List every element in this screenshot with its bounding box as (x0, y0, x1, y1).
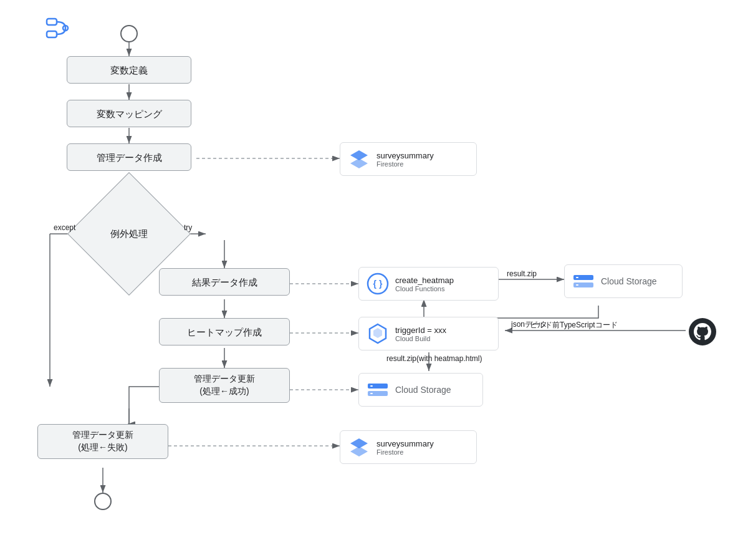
hensu-mapping-label: 変数マッピング (97, 107, 162, 120)
svg-rect-38 (370, 393, 373, 394)
firestore1-type: Firestore (376, 160, 434, 168)
firestore2-box: surveysummary Firestore (340, 430, 477, 464)
heatmap-sakusei-label: ヒートマップ作成 (187, 326, 262, 339)
svg-marker-34 (373, 328, 382, 338)
cloud-storage2-box: Cloud Storage (358, 373, 483, 407)
cloud-storage2-name: Cloud Storage (395, 385, 451, 395)
firestore2-icon (348, 436, 370, 458)
cloud-functions-box: { } create_heatmap Cloud Functions (358, 267, 499, 301)
cloud-build-name: triggerId = xxx (395, 326, 446, 335)
result-zip-heatmap-label: result.zip(with heatmap.html) (386, 354, 482, 363)
cloud-build-type: Cloud Build (395, 335, 446, 342)
build-pre-ts-label: ビルド前TypeScriptコード (530, 320, 618, 331)
cloud-functions-name: create_heatmap (395, 276, 454, 285)
try-text: try (184, 223, 192, 232)
cloud-storage1-text: Cloud Storage (601, 276, 657, 286)
hensu-teigi-label: 変数定義 (110, 64, 148, 77)
cloud-functions-type: Cloud Functions (395, 285, 454, 292)
firestore1-text: surveysummary Firestore (376, 151, 434, 168)
reigai-shori-label: 例外処理 (110, 228, 148, 240)
try-label: try (184, 223, 192, 232)
kanri-data-sakusei-label: 管理データ作成 (97, 151, 162, 164)
github-icon (689, 318, 716, 345)
heatmap-sakusei-box: ヒートマップ作成 (159, 318, 290, 345)
kekka-data-sakusei-label: 結果データ作成 (192, 276, 257, 289)
cloud-functions-text: create_heatmap Cloud Functions (395, 276, 454, 292)
svg-rect-23 (47, 31, 57, 37)
cloud-storage1-name: Cloud Storage (601, 276, 657, 286)
except-text: except (54, 223, 75, 232)
cloud-build-icon (367, 322, 389, 345)
svg-rect-22 (47, 19, 57, 25)
cloud-storage2-text: Cloud Storage (395, 385, 451, 395)
svg-marker-26 (350, 158, 368, 168)
cloud-storage1-icon (572, 270, 595, 292)
svg-rect-37 (370, 385, 373, 387)
result-zip-heatmap-text: result.zip(with heatmap.html) (386, 354, 482, 363)
firestore1-name: surveysummary (376, 151, 434, 160)
svg-marker-40 (350, 447, 368, 456)
cloud-functions-icon: { } (367, 273, 389, 295)
cloud-build-text: triggerId = xxx Cloud Build (395, 326, 446, 342)
diagram-container: 変数定義 変数マッピング 管理データ作成 例外処理 try except 結果デ… (0, 0, 748, 560)
kekka-data-sakusei-box: 結果データ作成 (159, 268, 290, 296)
svg-text:{  }: { } (373, 279, 383, 289)
end-circle (94, 493, 112, 510)
kanri-data-success-label: 管理データ更新 (処理←成功) (194, 373, 255, 397)
kanri-data-koushin-fail-box: 管理データ更新 (処理←失敗) (37, 424, 168, 459)
kanri-data-sakusei-box: 管理データ作成 (67, 143, 191, 171)
reigai-shori-diamond: 例外処理 (67, 190, 191, 278)
except-label: except (54, 223, 75, 232)
firestore1-icon (348, 148, 370, 170)
start-circle (120, 25, 138, 42)
build-pre-ts-text: ビルド前TypeScriptコード (530, 321, 618, 329)
result-zip-label: result.zip (507, 269, 537, 278)
hensu-mapping-box: 変数マッピング (67, 100, 191, 127)
cloud-storage1-box: Cloud Storage (564, 264, 683, 298)
svg-rect-31 (576, 277, 578, 278)
kanri-data-koushin-success-box: 管理データ更新 (処理←成功) (159, 368, 290, 403)
firestore1-box: surveysummary Firestore (340, 142, 477, 176)
firestore2-type: Firestore (376, 448, 434, 456)
result-zip-text: result.zip (507, 269, 537, 278)
cloud-storage2-icon (367, 379, 389, 401)
firestore2-name: surveysummary (376, 439, 434, 448)
kanri-data-fail-label: 管理データ更新 (処理←失敗) (72, 429, 133, 453)
hensu-teigi-box: 変数定義 (67, 56, 191, 84)
firestore2-text: surveysummary Firestore (376, 439, 434, 456)
svg-rect-32 (576, 284, 578, 286)
cloud-build-box: triggerId = xxx Cloud Build (358, 317, 499, 350)
integration-icon (44, 12, 75, 46)
